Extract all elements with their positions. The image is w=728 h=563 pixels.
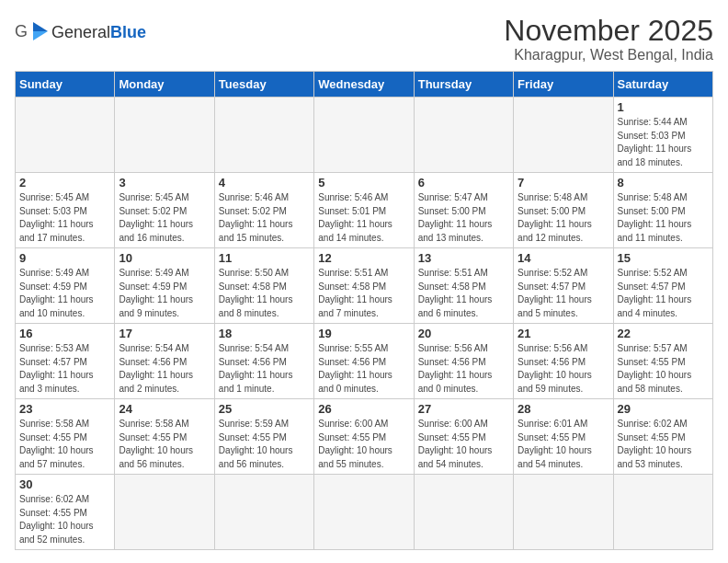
svg-marker-2 [33,31,48,40]
day-info: Sunrise: 5:52 AM Sunset: 4:57 PM Dayligh… [618,267,709,320]
calendar-cell: 27Sunrise: 6:00 AM Sunset: 4:55 PM Dayli… [414,399,513,475]
day-info: Sunrise: 6:02 AM Sunset: 4:55 PM Dayligh… [19,493,110,546]
day-info: Sunrise: 5:58 AM Sunset: 4:55 PM Dayligh… [19,418,110,471]
calendar-cell: 25Sunrise: 5:59 AM Sunset: 4:55 PM Dayli… [214,399,313,475]
calendar-week-row: 2Sunrise: 5:45 AM Sunset: 5:03 PM Daylig… [16,173,713,248]
day-number: 6 [418,176,509,190]
calendar-cell: 2Sunrise: 5:45 AM Sunset: 5:03 PM Daylig… [16,173,115,248]
day-header-friday: Friday [514,72,613,98]
day-info: Sunrise: 5:50 AM Sunset: 4:58 PM Dayligh… [219,267,310,320]
day-info: Sunrise: 5:48 AM Sunset: 5:00 PM Dayligh… [518,191,609,245]
day-info: Sunrise: 5:47 AM Sunset: 5:00 PM Dayligh… [418,191,509,245]
calendar-cell: 1Sunrise: 5:44 AM Sunset: 5:03 PM Daylig… [613,98,712,173]
day-number: 28 [518,402,609,416]
day-number: 9 [19,251,110,265]
day-number: 2 [19,176,110,190]
day-info: Sunrise: 5:54 AM Sunset: 4:56 PM Dayligh… [119,342,210,396]
calendar-week-row: 9Sunrise: 5:49 AM Sunset: 4:59 PM Daylig… [16,248,713,324]
calendar-cell: 21Sunrise: 5:56 AM Sunset: 4:56 PM Dayli… [514,324,613,399]
day-info: Sunrise: 5:48 AM Sunset: 5:00 PM Dayligh… [618,191,709,245]
day-info: Sunrise: 5:52 AM Sunset: 4:57 PM Dayligh… [518,267,609,320]
calendar-cell [16,98,115,173]
calendar-cell: 11Sunrise: 5:50 AM Sunset: 4:58 PM Dayli… [214,248,313,324]
calendar-cell: 24Sunrise: 5:58 AM Sunset: 4:55 PM Dayli… [115,399,214,475]
calendar-week-row: 23Sunrise: 5:58 AM Sunset: 4:55 PM Dayli… [16,399,713,475]
day-number: 29 [618,402,709,416]
calendar-cell [613,475,712,550]
day-number: 14 [518,251,609,265]
calendar-cell: 7Sunrise: 5:48 AM Sunset: 5:00 PM Daylig… [514,173,613,248]
day-header-saturday: Saturday [613,72,712,98]
day-number: 20 [418,327,509,340]
day-header-sunday: Sunday [16,72,115,98]
header: G GeneralBlue November 2025 Kharagpur, W… [15,15,713,63]
day-number: 19 [318,327,409,340]
day-header-monday: Monday [115,72,214,98]
calendar-cell: 30Sunrise: 6:02 AM Sunset: 4:55 PM Dayli… [16,475,115,550]
day-number: 18 [219,327,310,340]
day-number: 26 [318,402,409,416]
day-number: 23 [19,402,110,416]
day-info: Sunrise: 5:57 AM Sunset: 4:55 PM Dayligh… [618,342,709,396]
calendar-cell: 19Sunrise: 5:55 AM Sunset: 4:56 PM Dayli… [314,324,414,399]
calendar-cell [214,98,313,173]
title-block: November 2025 Kharagpur, West Bengal, In… [504,15,713,63]
calendar-cell [115,475,214,550]
day-number: 10 [119,251,210,265]
calendar-cell [514,475,613,550]
day-info: Sunrise: 5:51 AM Sunset: 4:58 PM Dayligh… [318,267,409,320]
day-number: 3 [119,176,210,190]
day-number: 21 [518,327,609,340]
calendar-cell [314,475,414,550]
calendar-cell: 12Sunrise: 5:51 AM Sunset: 4:58 PM Dayli… [314,248,414,324]
day-info: Sunrise: 5:56 AM Sunset: 4:56 PM Dayligh… [518,342,609,396]
logo-blue: Blue [110,23,146,41]
day-info: Sunrise: 6:00 AM Sunset: 4:55 PM Dayligh… [318,418,409,471]
calendar-cell: 20Sunrise: 5:56 AM Sunset: 4:56 PM Dayli… [414,324,513,399]
calendar-cell: 28Sunrise: 6:01 AM Sunset: 4:55 PM Dayli… [514,399,613,475]
day-info: Sunrise: 5:49 AM Sunset: 4:59 PM Dayligh… [119,267,210,320]
day-number: 1 [618,100,709,114]
day-header-thursday: Thursday [414,72,513,98]
day-number: 4 [219,176,310,190]
calendar-cell [314,98,414,173]
month-title: November 2025 [504,15,713,47]
logo: G GeneralBlue [15,18,146,46]
calendar-cell: 6Sunrise: 5:47 AM Sunset: 5:00 PM Daylig… [414,173,513,248]
calendar-cell: 26Sunrise: 6:00 AM Sunset: 4:55 PM Dayli… [314,399,414,475]
day-info: Sunrise: 5:51 AM Sunset: 4:58 PM Dayligh… [418,267,509,320]
day-number: 27 [418,402,509,416]
calendar-cell: 23Sunrise: 5:58 AM Sunset: 4:55 PM Dayli… [16,399,115,475]
day-info: Sunrise: 5:45 AM Sunset: 5:02 PM Dayligh… [119,191,210,245]
day-info: Sunrise: 5:45 AM Sunset: 5:03 PM Dayligh… [19,191,110,245]
day-info: Sunrise: 5:55 AM Sunset: 4:56 PM Dayligh… [318,342,409,396]
day-info: Sunrise: 6:02 AM Sunset: 4:55 PM Dayligh… [618,418,709,471]
day-header-tuesday: Tuesday [214,72,313,98]
calendar-cell: 17Sunrise: 5:54 AM Sunset: 4:56 PM Dayli… [115,324,214,399]
day-number: 15 [618,251,709,265]
day-info: Sunrise: 6:00 AM Sunset: 4:55 PM Dayligh… [418,418,509,471]
calendar-week-row: 1Sunrise: 5:44 AM Sunset: 5:03 PM Daylig… [16,98,713,173]
day-info: Sunrise: 5:58 AM Sunset: 4:55 PM Dayligh… [119,418,210,471]
calendar-cell: 15Sunrise: 5:52 AM Sunset: 4:57 PM Dayli… [613,248,712,324]
calendar-cell: 13Sunrise: 5:51 AM Sunset: 4:58 PM Dayli… [414,248,513,324]
calendar-cell: 16Sunrise: 5:53 AM Sunset: 4:57 PM Dayli… [16,324,115,399]
calendar-cell [414,475,513,550]
day-info: Sunrise: 5:59 AM Sunset: 4:55 PM Dayligh… [219,418,310,471]
day-number: 16 [19,327,110,340]
day-info: Sunrise: 5:56 AM Sunset: 4:56 PM Dayligh… [418,342,509,396]
calendar-week-row: 30Sunrise: 6:02 AM Sunset: 4:55 PM Dayli… [16,475,713,550]
calendar: SundayMondayTuesdayWednesdayThursdayFrid… [15,71,713,550]
day-info: Sunrise: 5:46 AM Sunset: 5:02 PM Dayligh… [219,191,310,245]
day-info: Sunrise: 5:53 AM Sunset: 4:57 PM Dayligh… [19,342,110,396]
svg-marker-1 [33,22,48,31]
calendar-cell: 14Sunrise: 5:52 AM Sunset: 4:57 PM Dayli… [514,248,613,324]
day-number: 30 [19,477,110,491]
day-number: 12 [318,251,409,265]
day-number: 13 [418,251,509,265]
day-info: Sunrise: 5:46 AM Sunset: 5:01 PM Dayligh… [318,191,409,245]
svg-text:G: G [15,22,28,40]
calendar-cell: 4Sunrise: 5:46 AM Sunset: 5:02 PM Daylig… [214,173,313,248]
day-number: 24 [119,402,210,416]
day-number: 5 [318,176,409,190]
